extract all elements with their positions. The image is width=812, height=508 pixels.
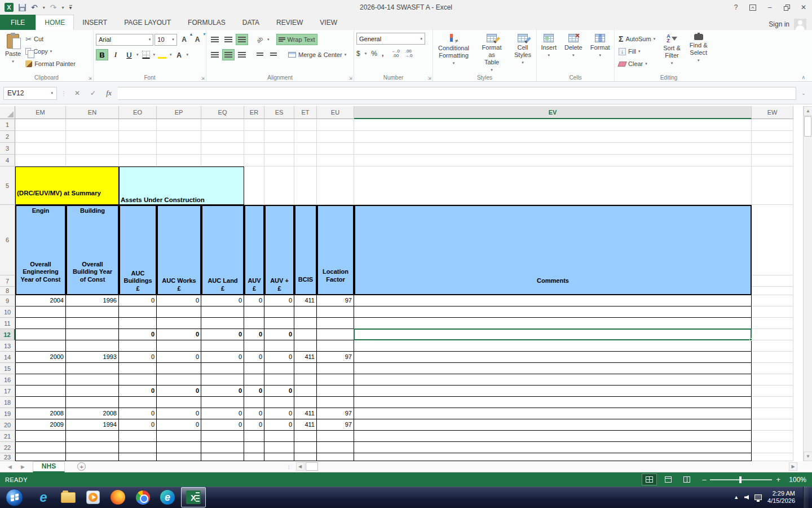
cell-EV18[interactable] <box>354 397 752 408</box>
cell-ER23[interactable] <box>244 453 264 461</box>
row-header-5[interactable]: 5 <box>0 167 15 205</box>
cell-EV15[interactable] <box>354 363 752 374</box>
cell-ES23[interactable] <box>264 453 294 461</box>
borders-dropdown-icon[interactable]: ▾ <box>153 52 156 57</box>
cell-ER17[interactable]: 0 <box>244 386 264 397</box>
column-header-EN[interactable]: EN <box>66 106 119 119</box>
table-header-EP[interactable]: AUC Works £ <box>157 205 201 295</box>
cell-ES19[interactable]: 0 <box>264 408 294 419</box>
cell-ET18[interactable] <box>294 397 317 408</box>
clipboard-dialog-launcher-icon[interactable]: ⇲ <box>88 76 92 81</box>
cell-EO14[interactable]: 0 <box>119 352 157 363</box>
table-header-EV[interactable]: Comments <box>354 205 752 295</box>
taskbar-excel-active[interactable]: X <box>181 487 206 507</box>
active-cell-EV12[interactable] <box>354 329 752 340</box>
table-header-EM[interactable]: EnginOverall Engineering Year of Const <box>15 205 66 295</box>
cell-ER13[interactable] <box>244 340 264 352</box>
table-header-ER[interactable]: AUV £ <box>244 205 264 295</box>
banner-cell-1[interactable]: Assets Under Construction <box>119 167 244 205</box>
taskbar-firefox[interactable] <box>105 488 130 507</box>
cell-EM21[interactable] <box>15 431 66 442</box>
column-header-EO[interactable]: EO <box>119 106 157 119</box>
collapse-ribbon-icon[interactable]: ∧ <box>801 75 805 80</box>
row-header-11[interactable]: 11 <box>0 318 15 329</box>
alignment-dialog-launcher-icon[interactable]: ⇲ <box>348 76 352 81</box>
cell-EM11[interactable] <box>15 318 66 329</box>
cell-ER12[interactable]: 0 <box>244 329 264 340</box>
table-header-EQ[interactable]: AUC Land £ <box>201 205 244 295</box>
format-as-table-button[interactable]: Format as Table ▾ <box>475 32 508 75</box>
row-header-15[interactable]: 15 <box>0 363 15 374</box>
network-icon[interactable] <box>754 494 762 500</box>
undo-dropdown-icon[interactable]: ▾ <box>43 5 45 10</box>
paste-button[interactable]: Paste ▾ <box>2 32 24 75</box>
cell-EP11[interactable] <box>157 318 201 329</box>
row-header-23[interactable]: 23 <box>0 453 15 461</box>
cell-EU11[interactable] <box>317 318 354 329</box>
cell-ET13[interactable] <box>294 340 317 352</box>
cell-EQ9[interactable]: 0 <box>201 295 244 306</box>
table-header-ES[interactable]: AUV + £ <box>264 205 294 295</box>
row-header-1[interactable]: 1 <box>0 119 15 131</box>
column-header-EV[interactable]: EV <box>354 106 752 119</box>
cell-EU13[interactable] <box>317 340 354 352</box>
redo-dropdown-icon[interactable]: ▾ <box>61 5 64 10</box>
show-desktop-button[interactable] <box>803 487 809 508</box>
cell-EQ10[interactable] <box>201 306 244 318</box>
cell-ER10[interactable] <box>244 306 264 318</box>
start-button[interactable] <box>6 489 23 506</box>
cell-EV17[interactable] <box>354 386 752 397</box>
cell-ET10[interactable] <box>294 306 317 318</box>
column-header-ER[interactable]: ER <box>244 106 264 119</box>
merge-center-button[interactable]: Merge & Center ▾ <box>286 49 348 60</box>
top-align-button[interactable] <box>209 34 221 45</box>
cell-EU19[interactable]: 97 <box>317 408 354 419</box>
column-header-ET[interactable]: ET <box>294 106 317 119</box>
cell-ER11[interactable] <box>244 318 264 329</box>
table-header-EN[interactable]: BuildingOverall Building Year of Const <box>66 205 119 295</box>
cell-EQ17[interactable]: 0 <box>201 386 244 397</box>
cell-EQ16[interactable] <box>201 374 244 386</box>
autosum-dropdown-icon[interactable]: ▾ <box>654 37 656 41</box>
cell-ET23[interactable] <box>294 453 317 461</box>
tab-insert[interactable]: INSERT <box>74 15 116 30</box>
cell-EQ23[interactable] <box>201 453 244 461</box>
row-header-7[interactable]: 7 <box>0 275 15 287</box>
cell-EM9[interactable]: 2004 <box>15 295 66 306</box>
name-box-dropdown-icon[interactable]: ▾ <box>51 91 53 95</box>
cell-EV10[interactable] <box>354 306 752 318</box>
restore-button[interactable] <box>778 0 795 15</box>
font-name-combo[interactable]: Arial▾ <box>96 34 153 46</box>
row-header-22[interactable]: 22 <box>0 442 15 453</box>
cell-EU17[interactable] <box>317 386 354 397</box>
sheet-next-icon[interactable]: ▶ <box>21 464 25 470</box>
bold-button[interactable]: B <box>96 49 108 60</box>
cell-EM19[interactable]: 2008 <box>15 408 66 419</box>
percent-style-button[interactable]: % <box>371 50 377 58</box>
vertical-scroll-thumb[interactable] <box>804 116 811 137</box>
close-button[interactable]: ✕ <box>795 0 812 15</box>
bottom-align-button[interactable] <box>236 34 248 45</box>
cell-ES14[interactable]: 0 <box>264 352 294 363</box>
cell-EQ20[interactable]: 0 <box>201 419 244 431</box>
accounting-format-button[interactable]: $ <box>356 50 360 58</box>
cell-EN11[interactable] <box>66 318 119 329</box>
cell-ES11[interactable] <box>264 318 294 329</box>
conditional-formatting-button[interactable]: Conditional Formatting ▾ <box>435 32 472 75</box>
underline-dropdown-icon[interactable]: ▾ <box>136 52 139 57</box>
cell-EU22[interactable] <box>317 442 354 453</box>
tab-page-layout[interactable]: PAGE LAYOUT <box>116 15 179 30</box>
cell-EN18[interactable] <box>66 397 119 408</box>
cell-ES18[interactable] <box>264 397 294 408</box>
cell-ET15[interactable] <box>294 363 317 374</box>
taskbar-file-explorer[interactable] <box>56 488 81 507</box>
tab-file[interactable]: FILE <box>0 15 36 30</box>
cell-EO18[interactable] <box>119 397 157 408</box>
column-header-EM[interactable]: EM <box>15 106 66 119</box>
row-header-21[interactable]: 21 <box>0 431 15 442</box>
cell-ET19[interactable]: 411 <box>294 408 317 419</box>
undo-icon[interactable]: ↶ <box>31 3 38 11</box>
cell-EM20[interactable]: 2009 <box>15 419 66 431</box>
new-sheet-button[interactable]: + <box>77 462 86 471</box>
cell-EQ13[interactable] <box>201 340 244 352</box>
